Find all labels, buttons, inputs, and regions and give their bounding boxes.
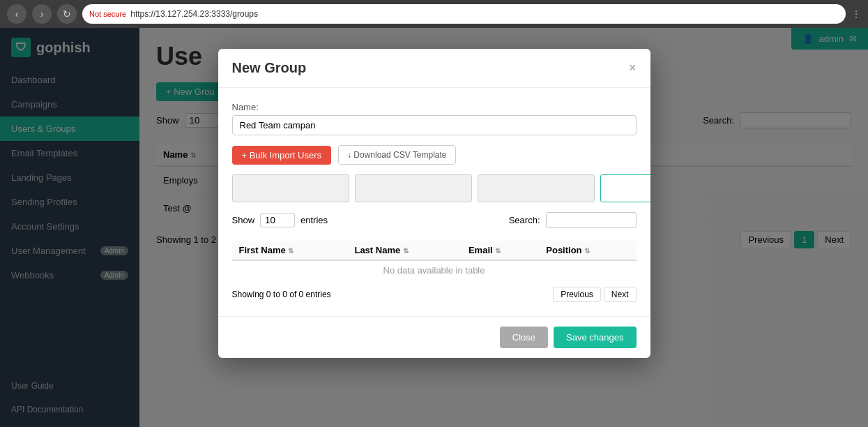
sort-first-name[interactable]: ⇅ — [288, 247, 294, 255]
modal-body: Name: + Bulk Import Users ↓ Download CSV… — [218, 88, 650, 316]
not-secure-label: Not secure — [89, 10, 126, 18]
no-data-row: No data available in table — [232, 260, 637, 280]
address-bar[interactable]: Not secure https://13.127.254.23:3333/gr… — [82, 4, 846, 24]
inner-next-button[interactable]: Next — [604, 287, 637, 302]
new-group-modal: New Group × Name: + Bulk Import Users ↓ … — [218, 49, 650, 358]
modal-overlay: New Group × Name: + Bulk Import Users ↓ … — [0, 28, 868, 427]
name-input[interactable] — [232, 115, 637, 135]
add-user-row: + Add — [232, 174, 637, 202]
bulk-import-button[interactable]: + Bulk Import Users — [232, 146, 332, 165]
browser-actions: ⋮ — [851, 8, 861, 20]
no-data-cell: No data available in table — [232, 260, 637, 280]
inner-prev-button[interactable]: Previous — [553, 287, 601, 302]
close-button[interactable]: Close — [500, 327, 548, 348]
col-email-label: Email — [469, 245, 493, 255]
name-form-group: Name: — [232, 102, 637, 135]
modal-title: New Group — [232, 60, 307, 76]
name-label: Name: — [232, 102, 637, 112]
col-first-name-label: First Name — [239, 245, 286, 255]
inner-table: First Name ⇅ Last Name ⇅ Email ⇅ Posit — [232, 241, 637, 280]
modal-footer: Close Save changes — [218, 316, 650, 358]
col-position: Position ⇅ — [539, 241, 636, 260]
inner-show-input[interactable] — [260, 213, 295, 227]
inner-search: Search: — [509, 212, 637, 228]
col-last-name: Last Name ⇅ — [347, 241, 462, 260]
inner-showing-text: Showing 0 to 0 of 0 entries — [232, 290, 331, 299]
inner-pagination: Previous Next — [553, 287, 636, 302]
col-position-label: Position — [546, 245, 581, 255]
inner-show-entries: Show entries — [232, 213, 328, 227]
inner-search-input[interactable] — [546, 212, 637, 228]
sort-last-name[interactable]: ⇅ — [403, 247, 409, 255]
sort-email[interactable]: ⇅ — [495, 247, 501, 255]
modal-close-button[interactable]: × — [629, 61, 637, 75]
back-button[interactable]: ‹ — [7, 4, 26, 24]
position-input[interactable] — [600, 174, 650, 202]
last-name-input[interactable] — [355, 174, 472, 202]
refresh-button[interactable]: ↻ — [57, 4, 77, 24]
modal-header: New Group × — [218, 49, 650, 88]
sort-position[interactable]: ⇅ — [584, 247, 590, 255]
inner-entries-label: entries — [300, 215, 328, 225]
first-name-input[interactable] — [232, 174, 349, 202]
inner-pagination-row: Showing 0 to 0 of 0 entries Previous Nex… — [232, 287, 637, 302]
url-text: https://13.127.254.23:3333/groups — [130, 9, 258, 19]
col-first-name: First Name ⇅ — [232, 241, 348, 260]
inner-show-label: Show — [232, 215, 255, 225]
email-input[interactable] — [478, 174, 595, 202]
col-email: Email ⇅ — [462, 241, 539, 260]
import-row: + Bulk Import Users ↓ Download CSV Templ… — [232, 145, 637, 165]
save-changes-button[interactable]: Save changes — [554, 327, 636, 348]
download-csv-button[interactable]: ↓ Download CSV Template — [338, 145, 456, 165]
browser-chrome: ‹ › ↻ Not secure https://13.127.254.23:3… — [0, 0, 868, 28]
extensions-icon: ⋮ — [851, 8, 861, 20]
col-last-name-label: Last Name — [354, 245, 400, 255]
inner-search-label: Search: — [509, 215, 540, 225]
forward-button[interactable]: › — [32, 4, 52, 24]
